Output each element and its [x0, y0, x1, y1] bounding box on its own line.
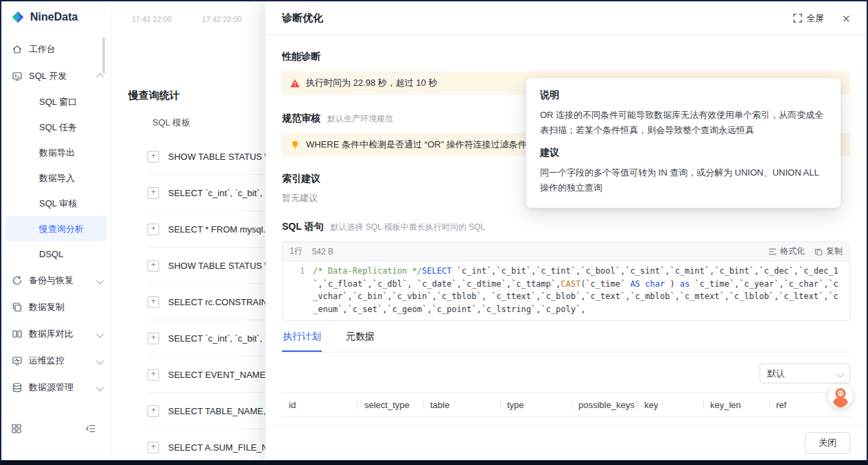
review-section-subtitle: 默认生产环境规范: [327, 113, 393, 125]
warning-triangle-icon: [290, 79, 300, 88]
diagnosis-drawer: 诊断优化 全屏 × 性能诊断 执行时间为 22.98 秒，超过 10 秒 规范审…: [266, 1, 867, 460]
grid-icon[interactable]: [11, 423, 22, 434]
expand-icon[interactable]: +: [148, 405, 159, 417]
plan-header-cell: key: [637, 400, 703, 410]
tooltip-explanation-text: OR 连接的不同条件可能导致数据库无法有效使用单个索引，从而变成全表扫描；若某个…: [540, 108, 827, 138]
tab-execution-plan[interactable]: 执行计划: [282, 331, 322, 352]
sidebar-item-sql-review[interactable]: SQL 审核: [5, 191, 107, 216]
close-icon[interactable]: ×: [842, 12, 850, 25]
plan-header-cell: key_len: [703, 400, 769, 410]
copy-icon: [12, 302, 23, 313]
plan-select[interactable]: 默认: [760, 363, 850, 383]
copy-icon: [814, 248, 823, 256]
sidebar-item-sql-dev[interactable]: SQL 开发: [1, 62, 111, 89]
sidebar-item-data-replication[interactable]: 数据复制: [1, 294, 111, 320]
expand-icon[interactable]: +: [148, 187, 159, 199]
expand-icon[interactable]: +: [148, 442, 159, 453]
backup-icon: [12, 275, 23, 286]
sidebar-footer: [1, 423, 111, 434]
line-number: 1: [283, 265, 313, 315]
copy-button[interactable]: 复制: [814, 246, 843, 257]
tooltip-heading-suggestion: 建议: [540, 147, 827, 159]
fullscreen-icon: [793, 14, 802, 23]
rule-tooltip: 说明 OR 连接的不同条件可能导致数据库无法有效使用单个索引，从而变成全表扫描；…: [526, 78, 841, 208]
plan-header-cell: id: [282, 400, 357, 410]
sql-section-subtitle: 默认选择 SQL 模板中最长执行时间的 SQL: [330, 222, 485, 233]
sidebar-item-sql-task[interactable]: SQL 任务: [5, 115, 107, 140]
sidebar-item-backup-restore[interactable]: 备份与恢复: [1, 267, 111, 294]
format-button[interactable]: 格式化: [769, 246, 805, 257]
nav-label: 数据源管理: [29, 381, 73, 394]
fullscreen-button[interactable]: 全屏: [793, 12, 824, 25]
sidebar-item-datasource-management[interactable]: 数据源管理: [1, 374, 111, 401]
app-window: NineData 工作台 SQL 开发 SQL 窗口 SQL 任务 数据导出 数…: [0, 0, 868, 465]
expand-icon[interactable]: +: [148, 151, 159, 163]
sidebar-item-ops-monitoring[interactable]: 运维监控: [1, 347, 111, 374]
expand-icon[interactable]: +: [148, 333, 159, 344]
sidebar-item-data-export[interactable]: 数据导出: [5, 140, 107, 165]
nav-sublabel: 数据导入: [39, 173, 75, 183]
chevron-down-icon: [97, 278, 103, 283]
sidebar-item-sql-window[interactable]: SQL 窗口: [5, 89, 107, 115]
close-button[interactable]: 关闭: [805, 432, 850, 454]
sidebar-item-db-compare[interactable]: 数据库对比: [1, 320, 111, 347]
ninedata-logo-icon: [11, 10, 25, 24]
nav-label: 数据复制: [29, 301, 64, 313]
sidebar-nav: 工作台 SQL 开发 SQL 窗口 SQL 任务 数据导出 数据导入 SQL 审…: [1, 36, 111, 420]
compare-icon: [12, 329, 23, 339]
nav-sublabel: DSQL: [39, 249, 63, 259]
chevron-up-icon: [97, 73, 103, 79]
nav-sublabel: SQL 窗口: [39, 97, 77, 107]
tab-metadata[interactable]: 元数据: [345, 331, 375, 352]
monitor-icon: [12, 355, 23, 366]
nav-label: 备份与恢复: [29, 274, 73, 287]
time-label: 17:42 22:00: [132, 15, 172, 23]
nav-label: SQL 开发: [29, 70, 67, 82]
plan-table-header: id select_type table type possible_keys …: [282, 392, 850, 417]
nav-sublabel: 数据导出: [39, 147, 75, 158]
nav-label: 工作台: [29, 43, 56, 56]
sidebar-item-data-import[interactable]: 数据导入: [5, 165, 107, 191]
slow-query-stats-title: 慢查询统计: [128, 89, 180, 102]
plan-header-cell: possible_keys: [572, 400, 637, 410]
nav-label: 数据库对比: [29, 328, 73, 340]
chevron-down-icon: [97, 358, 103, 363]
sql-code: /* Data-Replication */SELECT `c_int`,`c_…: [313, 265, 843, 315]
nav-sublabel: SQL 任务: [39, 122, 77, 132]
code-editor[interactable]: 1 /* Data-Replication */SELECT `c_int`,`…: [283, 261, 849, 320]
sidebar-scrollbar[interactable]: [102, 37, 105, 74]
sql-section-title: SQL 语句: [282, 221, 323, 233]
home-icon: [12, 44, 23, 55]
collapse-sidebar-icon[interactable]: [85, 423, 96, 434]
assistant-avatar[interactable]: [828, 383, 853, 408]
nav-sublabel: SQL 审核: [39, 198, 77, 208]
sidebar-item-workbench[interactable]: 工作台: [1, 36, 111, 62]
detail-tabs: 执行计划 元数据: [282, 331, 850, 353]
database-icon: [12, 382, 23, 393]
expand-icon[interactable]: +: [148, 224, 159, 235]
time-axis-labels: 17:42 22:00 17:42 22:00: [132, 15, 242, 23]
time-label: 17:42 22:00: [202, 15, 242, 23]
sql-code-block: 1行 542 B 格式化 复制 1 /* Data-Replication */…: [282, 241, 850, 321]
drawer-footer: 关闭: [266, 425, 867, 460]
plan-select-value: 默认: [767, 368, 785, 380]
plan-header-cell: select_type: [357, 400, 423, 410]
fullscreen-label: 全屏: [806, 12, 824, 25]
expand-icon[interactable]: +: [148, 369, 159, 381]
brand-name: NineData: [30, 11, 78, 23]
expand-icon[interactable]: +: [148, 296, 159, 308]
review-warning-text: WHERE 条件中检测是否通过 “OR” 操作符连接过滤条件: [306, 139, 526, 151]
sql-dev-icon: [12, 71, 23, 82]
sidebar-item-slow-query-analysis[interactable]: 慢查询分析: [5, 216, 107, 241]
format-icon: [769, 248, 777, 256]
perf-warning-text: 执行时间为 22.98 秒，超过 10 秒: [306, 77, 437, 89]
sidebar-item-dsql[interactable]: DSQL: [5, 241, 107, 267]
expand-icon[interactable]: +: [148, 260, 159, 272]
chevron-down-icon: [97, 331, 103, 337]
brand-logo[interactable]: NineData: [1, 1, 111, 31]
nav-sublabel: 慢查询分析: [39, 224, 84, 234]
drawer-title: 诊断优化: [282, 12, 323, 25]
drawer-header: 诊断优化 全屏 ×: [266, 1, 867, 36]
bulb-icon: [290, 140, 300, 150]
sidebar: NineData 工作台 SQL 开发 SQL 窗口 SQL 任务 数据导出 数…: [1, 1, 112, 460]
